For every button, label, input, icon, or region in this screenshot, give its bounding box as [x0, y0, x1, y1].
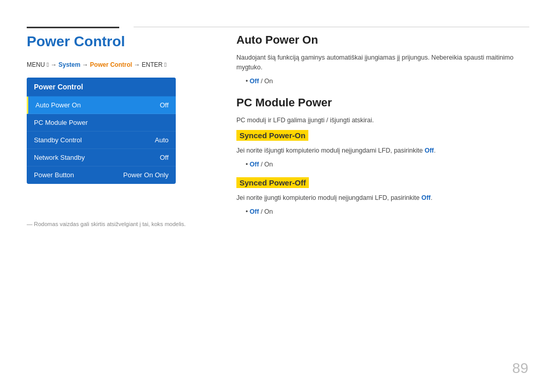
- off-label-3: Off: [250, 208, 259, 215]
- menu-item-label: PC Module Power: [34, 119, 88, 126]
- on-label-3: / On: [261, 208, 273, 215]
- synced-on-bullet: Off / On: [246, 161, 534, 168]
- footnote: — Rodomas vaizdas gali skirtis atsižvelg…: [27, 221, 186, 227]
- synced-on-desc: Jei norite išjungti kompiuterio modulį n…: [236, 146, 534, 156]
- menu-item-standby-control[interactable]: Standby Control Auto: [27, 132, 176, 149]
- bold-off-1: Off: [424, 147, 434, 154]
- menu-item-pc-module[interactable]: PC Module Power: [27, 114, 176, 132]
- section-pc-module: PC Module Power PC modulį ir LFD galima …: [236, 96, 534, 215]
- off-label: Off: [250, 78, 259, 85]
- top-line-left: [27, 27, 119, 28]
- menu-item-label: Auto Power On: [35, 101, 81, 109]
- menu-box: Power Control Auto Power On Off PC Modul…: [27, 78, 176, 184]
- synced-off-bullet: Off / On: [246, 208, 534, 215]
- section2-desc: PC modulį ir LFD galima įjungti / išjung…: [236, 116, 534, 125]
- menu-item-label: Power Button: [34, 171, 74, 179]
- page-title: Power Control: [27, 33, 212, 50]
- synced-on-title: Synced Power-On: [236, 130, 308, 141]
- menu-item-auto-power-on[interactable]: Auto Power On Off: [27, 97, 176, 114]
- on-label-2: / On: [261, 161, 273, 168]
- synced-off-desc: Jei norite įjungti kompiuterio modulį ne…: [236, 193, 534, 203]
- synced-power-off-block: Synced Power-Off Jei norite įjungti komp…: [236, 177, 534, 215]
- right-panel: Auto Power On Naudojant šią funkciją gam…: [236, 33, 534, 227]
- menu-item-value: Off: [160, 154, 169, 161]
- section1-title: Auto Power On: [236, 33, 534, 47]
- menu-item-power-button[interactable]: Power Button Power On Only: [27, 166, 176, 184]
- menu-box-header: Power Control: [27, 78, 176, 97]
- menu-item-value: Auto: [155, 136, 169, 144]
- section1-desc: Naudojant šią funkciją gaminys automatiš…: [236, 53, 534, 72]
- menu-item-value: Power On Only: [123, 171, 169, 179]
- menu-item-network-standby[interactable]: Network Standby Off: [27, 149, 176, 166]
- menu-item-value: Off: [160, 101, 169, 109]
- menu-path: MENU  → System → Power Control → ENTER …: [27, 61, 212, 68]
- synced-off-title: Synced Power-Off: [236, 177, 309, 188]
- section1-bullet: Off / On: [246, 78, 534, 85]
- section-auto-power-on: Auto Power On Naudojant šią funkciją gam…: [236, 33, 534, 85]
- menu-item-label: Network Standby: [34, 154, 85, 161]
- menu-item-label: Standby Control: [34, 136, 82, 144]
- left-panel: Power Control MENU  → System → Power Co…: [27, 33, 212, 184]
- off-label-2: Off: [250, 161, 259, 168]
- on-label: / On: [261, 78, 273, 85]
- synced-power-on-block: Synced Power-On Jei norite išjungti komp…: [236, 130, 534, 168]
- top-line-right: [134, 27, 529, 27]
- section2-title: PC Module Power: [236, 96, 534, 109]
- page-number: 89: [512, 360, 528, 377]
- bold-off-2: Off: [421, 194, 431, 201]
